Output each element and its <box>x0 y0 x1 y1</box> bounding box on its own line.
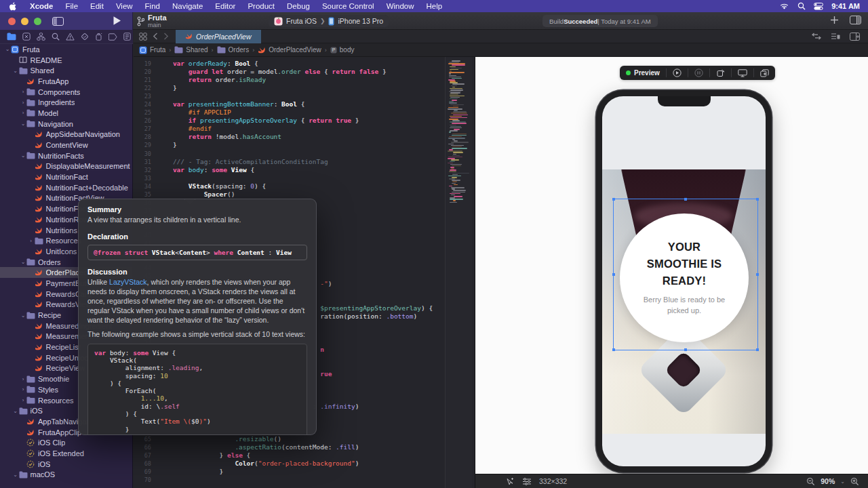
duplicate-preview-button[interactable] <box>753 68 775 77</box>
sidebar-item-ios-extended[interactable]: iOS Extended <box>0 448 132 459</box>
disclosure-closed-icon[interactable]: › <box>20 110 26 116</box>
sidebar-item-components[interactable]: ›Components <box>0 87 132 98</box>
menu-xcode[interactable]: Xcode <box>30 2 54 10</box>
close-window-button[interactable] <box>8 18 16 25</box>
forward-icon[interactable] <box>163 33 169 40</box>
breadcrumb-orders[interactable]: Orders <box>217 46 250 54</box>
disclosure-open-icon[interactable]: ⌄ <box>12 68 19 74</box>
zoom-in-icon[interactable] <box>850 477 859 486</box>
sidebar-item-label: Nutritions <box>46 226 77 235</box>
activity-status[interactable]: Build Succeeded | Today at 9:41 AM <box>542 15 658 27</box>
find-navigator-icon[interactable] <box>52 33 60 41</box>
sidebar-item-ingredients[interactable]: ›Ingredients <box>0 97 132 108</box>
back-icon[interactable] <box>153 33 158 40</box>
line-number: 32 <box>134 166 151 174</box>
live-preview-button[interactable] <box>666 68 688 77</box>
minimize-window-button[interactable] <box>21 18 28 25</box>
source-control-navigator-icon[interactable] <box>22 33 31 41</box>
issue-navigator-icon[interactable] <box>66 33 75 41</box>
disclosure-open-icon[interactable]: ⌄ <box>12 472 19 478</box>
menu-help[interactable]: Help <box>427 2 443 10</box>
breadcrumb-body[interactable]: Pbody <box>330 46 355 54</box>
sidebar-item-navigation[interactable]: ⌄Navigation <box>0 119 132 129</box>
zoom-window-button[interactable] <box>34 18 41 25</box>
disclosure-open-icon[interactable]: ⌄ <box>20 152 26 159</box>
zoom-chevron-icon[interactable]: ⌄ <box>840 479 845 485</box>
menu-edit[interactable]: Edit <box>90 2 104 10</box>
sidebar-item-model[interactable]: ›Model <box>0 108 132 119</box>
app-icon <box>139 46 147 54</box>
tab-orderplacedview[interactable]: OrderPlacedView <box>176 30 261 43</box>
sidebar-item-ios-clip[interactable]: iOS Clip <box>0 437 132 448</box>
sidebar-item-readme[interactable]: README <box>0 55 132 66</box>
scheme-selector[interactable]: Fruta iOS ❯ iPhone 13 Pro <box>269 15 389 27</box>
lazyvstack-link[interactable]: LazyVStack <box>109 278 146 286</box>
jump-bar[interactable]: Fruta›Shared›Orders›OrderPlacedView›Pbod… <box>134 43 868 57</box>
menu-file[interactable]: File <box>66 2 79 10</box>
sidebar-item-macos[interactable]: ⌄macOS <box>0 470 132 481</box>
disclosure-open-icon[interactable]: ⌄ <box>20 121 26 127</box>
add-editor-plus-icon[interactable] <box>830 16 839 24</box>
menu-product[interactable]: Product <box>248 2 275 10</box>
disclosure-open-icon[interactable]: ⌄ <box>20 312 26 319</box>
sidebar-item-contentview[interactable]: ContentView <box>0 140 132 150</box>
disclosure-closed-icon[interactable]: › <box>20 397 26 403</box>
debug-navigator-icon[interactable] <box>95 33 102 41</box>
swap-editors-icon[interactable] <box>812 33 821 40</box>
debug-preview-button[interactable] <box>688 68 709 77</box>
breadcrumb-fruta[interactable]: Fruta <box>139 46 165 54</box>
sidebar-item-displayablemeasurement[interactable]: DisplayableMeasurement <box>0 161 132 172</box>
canvas-settings-icon[interactable] <box>522 478 532 485</box>
source-control-status[interactable]: Fruta main <box>137 14 167 28</box>
sidebar-item-frutaapp[interactable]: FrutaApp <box>0 76 132 87</box>
editor-layout-icon[interactable] <box>850 16 861 24</box>
report-navigator-icon[interactable] <box>123 33 131 41</box>
disclosure-closed-icon[interactable]: › <box>20 100 26 106</box>
minimap[interactable] <box>445 57 472 488</box>
line-number: 34 <box>134 182 151 190</box>
apple-menu-icon[interactable] <box>9 2 17 11</box>
disclosure-closed-icon[interactable]: › <box>20 89 26 95</box>
preview-device-button[interactable] <box>731 68 753 77</box>
menu-editor[interactable]: Editor <box>215 2 235 10</box>
sidebar-item-nutritionfact[interactable]: NutritionFact <box>0 171 132 182</box>
menu-debug[interactable]: Debug <box>287 2 310 10</box>
disclosure-open-icon[interactable]: ⌄ <box>20 259 26 265</box>
disclosure-open-icon[interactable]: ⌄ <box>4 46 11 52</box>
sidebar-item-shared[interactable]: ⌄Shared <box>0 65 132 76</box>
disclosure-closed-icon[interactable]: › <box>20 386 26 392</box>
selection-rectangle[interactable] <box>613 199 758 350</box>
search-icon[interactable] <box>797 2 806 10</box>
zoom-out-icon[interactable] <box>806 477 815 486</box>
zoom-level[interactable]: 90% <box>821 477 835 485</box>
add-editor-icon[interactable] <box>850 33 860 41</box>
sidebar-item-nutritionfact-decodable[interactable]: NutritionFact+Decodable <box>0 182 132 193</box>
sidebar-toggle-icon[interactable] <box>52 17 64 26</box>
menu-navigate[interactable]: Navigate <box>172 2 203 10</box>
selectable-mode-icon[interactable] <box>506 477 515 486</box>
disclosure-closed-icon[interactable]: › <box>20 376 26 382</box>
adjust-editor-icon[interactable] <box>831 33 840 40</box>
tab-overview-icon[interactable] <box>139 33 147 41</box>
symbol-navigator-icon[interactable] <box>37 33 45 41</box>
menu-find[interactable]: Find <box>145 2 160 10</box>
breadcrumb-orderplacedview[interactable]: OrderPlacedView <box>258 46 321 54</box>
control-center-icon[interactable] <box>814 3 823 10</box>
iphone-13-pro-preview[interactable]: YOUR SMOOTHIE IS READY! Berry Blue is re… <box>596 90 772 472</box>
rotate-device-button[interactable] <box>709 68 731 77</box>
run-button[interactable] <box>113 16 121 26</box>
sidebar-item-nutritionfacts[interactable]: ⌄NutritionFacts <box>0 150 132 161</box>
disclosure-open-icon[interactable]: ⌄ <box>12 408 19 414</box>
project-navigator-icon[interactable] <box>7 33 16 41</box>
breadcrumb-shared[interactable]: Shared <box>174 46 208 54</box>
menu-window[interactable]: Window <box>387 2 414 10</box>
breakpoint-navigator-icon[interactable] <box>108 33 117 41</box>
menu-view[interactable]: View <box>116 2 133 10</box>
sidebar-item-appsidebarnavigation[interactable]: AppSidebarNavigation <box>0 129 132 140</box>
sidebar-item-fruta[interactable]: ⌄Fruta <box>0 44 132 55</box>
disclosure-closed-icon[interactable]: › <box>28 238 35 244</box>
menu-source-control[interactable]: Source Control <box>322 2 374 10</box>
wifi-icon[interactable] <box>779 3 789 10</box>
test-navigator-icon[interactable] <box>81 33 89 41</box>
sidebar-item-ios[interactable]: iOS <box>0 459 132 470</box>
